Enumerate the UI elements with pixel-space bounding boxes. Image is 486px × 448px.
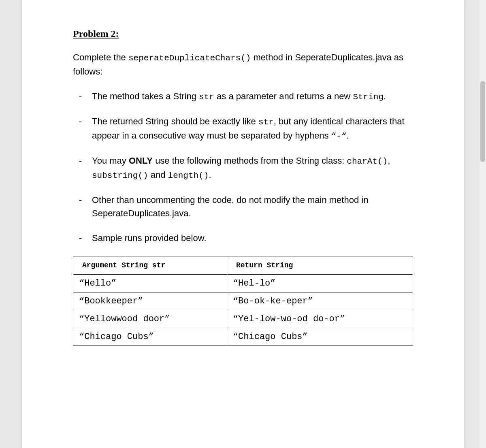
intro-method: seperateDuplicateChars() — [128, 53, 251, 63]
table-cell: “Yellowwood door” — [73, 310, 227, 328]
table-cell: “Hel-lo” — [227, 275, 413, 292]
intro-pre: Complete the — [73, 52, 128, 62]
bullet-item: You may ONLY use the following methods f… — [79, 154, 413, 182]
sample-table: Argument String str Return String “Hello… — [73, 256, 413, 346]
bullet-text-part: Other than uncommenting the code, do not… — [92, 195, 368, 218]
table-row: “Hello”“Hel-lo” — [73, 275, 413, 292]
bullet-text-part: , — [388, 156, 390, 166]
bullet-text-part: str — [258, 117, 274, 127]
bullet-text-part: String — [353, 92, 384, 102]
bullet-text-part: str — [199, 92, 214, 102]
bullet-text-part: ONLY — [129, 156, 153, 166]
scrollbar-track[interactable] — [480, 0, 486, 448]
bullet-text-part: . — [347, 130, 349, 141]
bullet-text-part: Sample runs provided below. — [92, 233, 207, 243]
bullet-text-part: and — [148, 170, 168, 180]
bullet-item: Other than uncommenting the code, do not… — [79, 193, 413, 220]
document-page: Problem 2: Complete the seperateDuplicat… — [22, 0, 464, 448]
table-cell: “Bo-ok-ke-eper” — [227, 292, 413, 310]
table-header-arg: Argument String str — [73, 256, 227, 275]
table-cell: “Chicago Cubs” — [227, 328, 413, 346]
bullet-item: Sample runs provided below. — [79, 231, 413, 245]
bullet-text-part: use the following methods from the Strin… — [153, 156, 347, 166]
bullet-text-part: length() — [168, 171, 209, 180]
table-cell: “Chicago Cubs” — [73, 328, 227, 346]
bullet-text-part: The method takes a String — [92, 91, 199, 101]
intro-paragraph: Complete the seperateDuplicateChars() me… — [73, 51, 413, 78]
bullet-list: The method takes a String str as a param… — [73, 90, 413, 245]
bullet-text-part: The returned String should be exactly li… — [92, 116, 258, 126]
table-header-row: Argument String str Return String — [73, 256, 413, 275]
table-cell: “Bookkeeper” — [73, 292, 227, 310]
bullet-text-part: “-“ — [331, 132, 347, 141]
bullet-item: The method takes a String str as a param… — [79, 90, 413, 104]
table-cell: “Yel-low-wo-od do-or” — [227, 310, 413, 328]
bullet-text-part: You may — [92, 156, 129, 166]
bullet-text-part: . — [209, 170, 211, 180]
table-row: “Yellowwood door”“Yel-low-wo-od do-or” — [73, 310, 413, 328]
table-cell: “Hello” — [73, 275, 227, 292]
bullet-text-part: charAt() — [347, 157, 388, 166]
table-header-ret: Return String — [227, 256, 413, 275]
table-row: “Bookkeeper”“Bo-ok-ke-eper” — [73, 292, 413, 310]
scrollbar-thumb[interactable] — [480, 81, 485, 162]
bullet-text-part: as a parameter and returns a new — [214, 91, 353, 101]
table-row: “Chicago Cubs”“Chicago Cubs” — [73, 328, 413, 346]
bullet-item: The returned String should be exactly li… — [79, 115, 413, 143]
bullet-text-part: substring() — [92, 171, 148, 180]
bullet-text-part: . — [384, 91, 386, 101]
table-body: “Hello”“Hel-lo”“Bookkeeper”“Bo-ok-ke-epe… — [73, 275, 413, 346]
problem-title: Problem 2: — [73, 28, 413, 39]
